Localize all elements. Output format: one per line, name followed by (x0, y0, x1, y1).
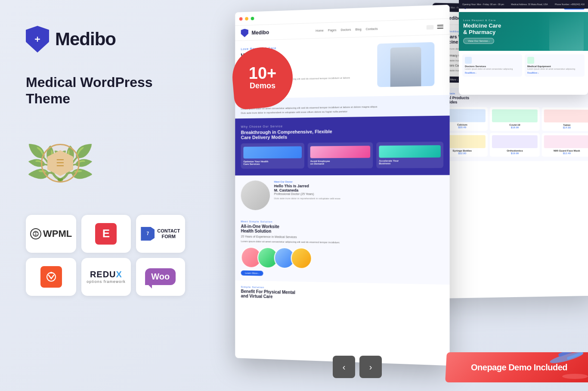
nav-hamburger-icon (437, 25, 444, 29)
next-arrow[interactable]: › (359, 356, 382, 378)
elementor-label: E (102, 227, 110, 240)
left-panel: Medibo Medical WordPress Theme 🌿 ☰ 🌿 (0, 0, 207, 391)
mockup-worksite: Meet Simple Solution All-in-One Worksite… (235, 215, 449, 285)
scard-img-2 (310, 146, 370, 158)
sec-products-title: Medical Products& Provides (437, 96, 588, 105)
plugin-wpml-card: WPML (26, 215, 76, 253)
mockup-logo-name: Medibo (252, 29, 269, 36)
dot-2 (245, 17, 248, 20)
plugin-smush-card (26, 258, 76, 296)
doctor-circle-img (241, 180, 270, 210)
prev-arrow[interactable]: ‹ (333, 356, 355, 378)
tr-hero-content: Love Respect & Care Medicine Care& Pharm… (459, 15, 505, 48)
mockup-blue-section: Why Choose Our Service Breakthrough in C… (235, 115, 449, 175)
nav-search-icon (427, 25, 434, 30)
doctor-text: Meet Our Doctor Hello This Is JarredM. C… (274, 180, 443, 211)
mockup-service-cards: Optimize Your HealthCare Services Avoid … (241, 141, 443, 168)
tr-readmore-1[interactable]: ReadMore › (465, 71, 520, 74)
we-care-image-area (377, 42, 443, 89)
brand-logo-text: Medibo (55, 29, 116, 50)
worksite-circle-4 (291, 247, 312, 269)
tr-hero-image (536, 12, 588, 51)
tr-service-card-2: Medical Equipment Lorem ipsum dolor sit … (525, 54, 585, 77)
service-card-1: Optimize Your HealthCare Services (241, 143, 304, 168)
worksite-text: 25 Years of Experience in Medical Servic… (241, 235, 443, 240)
demo-count: 10+ (249, 65, 276, 81)
brush-red (562, 374, 588, 379)
scard-img-3 (379, 145, 440, 158)
blue-title: Breakthrough in Comprehensive, FlexibleC… (241, 127, 443, 140)
woo-text: Woo (151, 272, 170, 282)
woo-bubble: Woo (145, 268, 176, 285)
product-6: N95 Guard Face Mask $12.49 (542, 133, 588, 157)
worksite-title: All-in-One WorksiteHealth Solution (241, 224, 443, 235)
sec-product-grid: Calcium $20.49 Covid-19 $18.99 Tablet $1… (437, 107, 588, 157)
plugin-woo-card: Woo (136, 258, 185, 296)
demo-label: Demos (249, 81, 276, 90)
scard-label-1: Optimize Your HealthCare Services (243, 160, 302, 165)
onepage-banner: Onepage Demo Included (446, 352, 588, 382)
cf7-text: CONTACT FORM (157, 228, 180, 239)
main-container: Medibo Medical WordPress Theme 🌿 ☰ 🌿 (0, 0, 588, 391)
plugin-elementor-card: E (81, 215, 130, 253)
wpml-label: WPML (43, 228, 72, 239)
product-img-2 (492, 109, 538, 122)
tr-readmore-2[interactable]: ReadMore › (527, 71, 582, 74)
tr-service-row: Doctors Services Lorem ipsum dolor sit a… (459, 51, 588, 80)
demo-badge-content: 10+ Demos (249, 65, 276, 90)
top-info-strip: Opening Hour: Mon - Friday: 08 am - 09 p… (459, 0, 588, 9)
redux-sub: options framework (87, 279, 126, 284)
scard-img-1 (243, 146, 302, 158)
tr-service-card-1: Doctors Services Lorem ipsum dolor sit a… (462, 54, 522, 77)
smush-icon (40, 266, 62, 288)
plugin-grid: WPML E 7 CONTACT FORM (26, 215, 185, 296)
plugin-wpml: WPML (30, 228, 72, 239)
product-2: Covid-19 $18.99 (490, 107, 540, 131)
service-card-2: Avoid Employeeon Demand (308, 142, 373, 168)
product-img-3 (544, 109, 588, 122)
cf7-icon: 7 (141, 227, 155, 241)
mockup-logo-icon (241, 28, 248, 37)
product-3: Tablet $14.99 (542, 107, 588, 131)
tr-service-icon-2 (527, 57, 534, 64)
dot-1 (239, 17, 243, 20)
redux-text: REDUX (90, 270, 122, 279)
svg-point-2 (47, 273, 56, 281)
tr-hero: Love Respect & Care Medicine Care& Pharm… (459, 12, 588, 51)
mockup-nav: Home Pages Doctors Blog Contacts (316, 27, 378, 32)
onepage-text: Onepage Demo Included (471, 363, 567, 372)
award-hexagon: ☰ (47, 150, 73, 176)
scard-label-2: Avoid Employeeon Demand (310, 159, 370, 165)
product-5: Orthodontics $19.99 (490, 133, 540, 157)
mockup-doctor-section: Meet Our Doctor Hello This Is JarredM. C… (235, 175, 449, 216)
mockup-benefit: Simple Solution Benefit For Physical Men… (235, 280, 449, 308)
plugin-cf7-card: 7 CONTACT FORM (136, 215, 185, 253)
worksite-btn[interactable]: Learn More › (241, 270, 263, 276)
doctor-img (549, 14, 584, 51)
mockup-top-right: Medibo Home Pages Doctors Blog Portfolio… (459, 0, 588, 95)
logo-shield-icon (26, 26, 49, 53)
award-inner: ☰ (41, 144, 80, 183)
doctor-name: Hello This Is JarredM. Castaneda (274, 183, 443, 192)
dot-3 (251, 16, 254, 20)
product-img-5 (492, 135, 538, 148)
tr-hero-btn[interactable]: View Our Service › (463, 38, 494, 44)
cf7-logo: 7 CONTACT FORM (141, 227, 180, 241)
nav-arrows: ‹ › (333, 356, 382, 378)
elementor-icon: E (95, 223, 117, 245)
right-panel: 10+ Demos Opening Hour: Mon - Friday: 08… (207, 0, 588, 391)
doctor-role: Professional Doctor (25 Years) (274, 192, 443, 196)
service-card-3: Accelerate YourBusiness (376, 141, 443, 168)
redux-logo: REDUX options framework (87, 270, 126, 284)
wpml-icon (30, 228, 41, 239)
product-img-6 (544, 135, 588, 148)
award-badge: 🌿 ☰ 🌿 (26, 129, 95, 198)
tr-hero-title: Medicine Care& Pharmacy (463, 23, 501, 35)
demo-badge: 10+ Demos (232, 47, 293, 108)
logo-area: Medibo (26, 26, 185, 53)
plugin-redux-card: REDUX options framework (81, 258, 130, 296)
woo-logo: Woo (145, 268, 176, 285)
award-medal-icon: ☰ (56, 158, 65, 169)
brand-tagline: Medical WordPress Theme (26, 74, 185, 107)
scard-label-3: Accelerate YourBusiness (379, 159, 440, 164)
